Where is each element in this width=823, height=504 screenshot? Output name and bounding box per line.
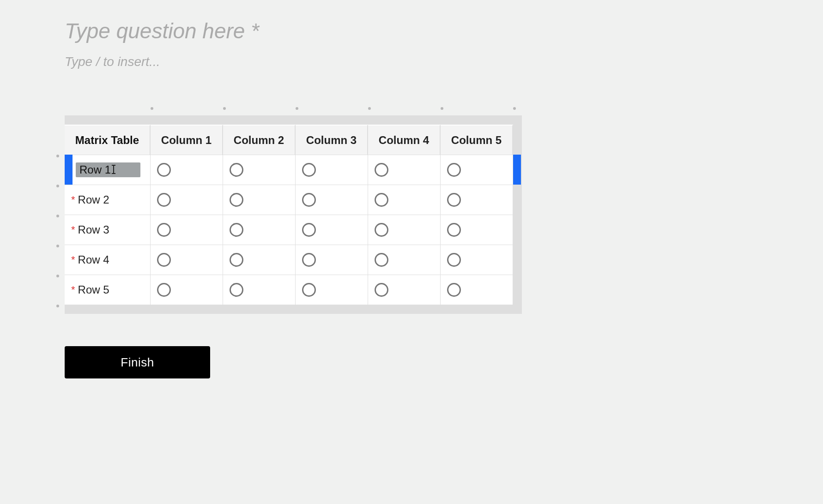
column-handle-dot[interactable] <box>441 107 443 110</box>
row-handle-dot[interactable] <box>56 275 59 277</box>
grid-padding <box>441 305 513 314</box>
radio-cell[interactable] <box>296 185 368 215</box>
radio-cell[interactable] <box>368 245 441 275</box>
radio-icon <box>157 163 171 177</box>
radio-icon <box>157 283 171 297</box>
grid-padding <box>296 115 368 125</box>
row-handle-dot[interactable] <box>56 305 59 307</box>
radio-icon <box>375 193 388 207</box>
radio-icon <box>230 163 243 177</box>
radio-icon <box>302 223 316 237</box>
row-label-editing[interactable]: Row 1 <box>65 155 151 185</box>
radio-cell[interactable] <box>223 215 296 245</box>
row-drag-handles <box>56 115 64 314</box>
column-handle-dot[interactable] <box>223 107 226 110</box>
row-label-text: Row 5 <box>78 283 109 296</box>
required-asterisk: * <box>71 224 75 236</box>
radio-cell[interactable] <box>223 155 296 185</box>
matrix-table: Matrix Table Column 1 Column 2 Column 3 … <box>65 115 522 314</box>
row-label[interactable]: * Row 5 <box>65 275 151 305</box>
row-label[interactable]: * Row 2 <box>65 185 151 215</box>
radio-cell[interactable] <box>151 215 223 245</box>
row-label[interactable]: * Row 3 <box>65 215 151 245</box>
radio-cell[interactable] <box>441 245 513 275</box>
grid-padding <box>296 305 368 314</box>
grid-padding <box>368 115 441 125</box>
radio-cell[interactable] <box>368 215 441 245</box>
radio-cell[interactable] <box>368 155 441 185</box>
row-handle-dot[interactable] <box>56 215 59 217</box>
row-label[interactable]: * Row 4 <box>65 245 151 275</box>
radio-cell[interactable] <box>296 275 368 305</box>
matrix-corner-label[interactable]: Matrix Table <box>65 125 151 155</box>
grid-padding <box>368 305 441 314</box>
radio-cell[interactable] <box>151 185 223 215</box>
radio-icon <box>230 193 243 207</box>
radio-cell[interactable] <box>223 275 296 305</box>
grid-padding <box>223 305 296 314</box>
radio-icon <box>157 193 171 207</box>
column-header[interactable]: Column 5 <box>441 125 513 155</box>
row-handle-dot[interactable] <box>56 185 59 187</box>
column-header[interactable]: Column 4 <box>368 125 441 155</box>
radio-cell[interactable] <box>151 275 223 305</box>
radio-icon <box>230 283 243 297</box>
radio-icon <box>302 253 316 267</box>
radio-icon <box>157 223 171 237</box>
radio-cell[interactable] <box>441 215 513 245</box>
radio-icon <box>447 283 461 297</box>
grid-padding <box>65 305 151 314</box>
radio-icon <box>230 253 243 267</box>
column-header[interactable]: Column 1 <box>151 125 223 155</box>
column-handle-dot[interactable] <box>513 107 516 110</box>
radio-icon <box>375 283 388 297</box>
row-handle-dot[interactable] <box>56 155 59 157</box>
finish-button[interactable]: Finish <box>65 346 210 378</box>
grid-padding <box>223 115 296 125</box>
row-label-text: Row 2 <box>78 193 109 206</box>
radio-cell[interactable] <box>296 245 368 275</box>
required-asterisk: * <box>251 19 259 43</box>
radio-icon <box>447 223 461 237</box>
column-drag-handles <box>65 107 522 114</box>
matrix-table-container: Matrix Table Column 1 Column 2 Column 3 … <box>65 115 522 314</box>
grid-padding <box>441 115 513 125</box>
radio-cell[interactable] <box>296 155 368 185</box>
column-handle-dot[interactable] <box>368 107 371 110</box>
row-label-input[interactable]: Row 1 <box>76 162 140 177</box>
radio-icon <box>302 163 316 177</box>
radio-cell[interactable] <box>151 155 223 185</box>
required-asterisk: * <box>71 254 75 266</box>
column-handle-dot[interactable] <box>151 107 153 110</box>
column-header[interactable]: Column 3 <box>296 125 368 155</box>
radio-cell[interactable] <box>441 155 513 185</box>
active-row-marker-right <box>513 155 521 185</box>
radio-cell[interactable] <box>223 185 296 215</box>
radio-icon <box>230 223 243 237</box>
required-asterisk: * <box>71 194 75 206</box>
column-handle-dot[interactable] <box>296 107 298 110</box>
radio-icon <box>375 223 388 237</box>
row-label-text: Row 1 <box>79 163 111 176</box>
row-label-text: Row 4 <box>78 253 109 266</box>
required-asterisk: * <box>71 284 75 296</box>
grid-padding <box>151 115 223 125</box>
radio-cell[interactable] <box>368 275 441 305</box>
radio-icon <box>447 163 461 177</box>
radio-cell[interactable] <box>368 185 441 215</box>
radio-icon <box>447 253 461 267</box>
row-handle-dot[interactable] <box>56 245 59 247</box>
text-cursor-icon <box>111 165 117 175</box>
radio-icon <box>157 253 171 267</box>
radio-cell[interactable] <box>223 245 296 275</box>
radio-icon <box>302 193 316 207</box>
radio-cell[interactable] <box>441 275 513 305</box>
active-row-marker-left <box>65 155 73 185</box>
radio-cell[interactable] <box>441 185 513 215</box>
insert-hint[interactable]: Type / to insert... <box>65 54 758 69</box>
question-title-placeholder[interactable]: Type question here * <box>65 18 758 43</box>
row-label-text: Row 3 <box>78 223 109 236</box>
radio-cell[interactable] <box>151 245 223 275</box>
radio-cell[interactable] <box>296 215 368 245</box>
column-header[interactable]: Column 2 <box>223 125 296 155</box>
